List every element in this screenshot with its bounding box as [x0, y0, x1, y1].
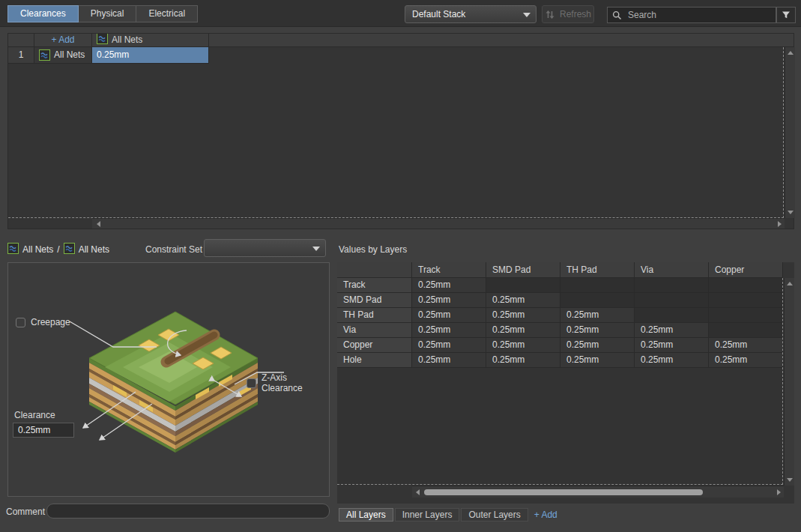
matrix-row: Copper0.25mm0.25mm0.25mm0.25mm0.25mm — [337, 338, 794, 353]
matrix-empty-cell — [560, 278, 635, 293]
clearance-value-cell[interactable]: 0.25mm — [92, 47, 209, 64]
matrix-value-cell[interactable]: 0.25mm — [560, 338, 635, 353]
matrix-empty-cell — [635, 278, 709, 293]
matrix-value-cell[interactable]: 0.25mm — [560, 323, 635, 338]
zaxis-clearance-label: Z-Axis Clearance — [262, 372, 329, 393]
creepage-label: Creepage — [31, 317, 70, 327]
matrix-value-cell[interactable]: 0.25mm — [709, 353, 783, 368]
matrix-value-cell[interactable]: 0.25mm — [412, 278, 486, 293]
matrix-value-cell[interactable]: 0.25mm — [412, 308, 486, 323]
comment-input[interactable] — [46, 504, 330, 519]
matrix-value-cell[interactable]: 0.25mm — [486, 308, 560, 323]
matrix-value-cell[interactable]: 0.25mm — [560, 353, 635, 368]
layer-tab-inner-layers[interactable]: Inner Layers — [395, 508, 460, 522]
matrix-value-cell[interactable]: 0.25mm — [412, 293, 486, 308]
constraint-set-dropdown[interactable] — [204, 239, 326, 257]
net-class-icon — [97, 34, 108, 44]
search-box — [607, 7, 776, 23]
matrix-row-label: TH Pad — [337, 308, 412, 323]
net-class-cell[interactable]: All Nets — [34, 47, 92, 64]
matrix-value-cell[interactable]: 0.25mm — [486, 323, 560, 338]
matrix-value-cell[interactable]: 0.25mm — [560, 308, 635, 323]
comment-label: Comment — [6, 507, 45, 517]
layer-tabs: All LayersInner LayersOuter Layers + Add — [339, 508, 557, 522]
matrix-empty-cell — [486, 278, 560, 293]
add-rule-button[interactable]: + Add — [34, 34, 92, 47]
matrix-value-cell[interactable]: 0.25mm — [635, 338, 709, 353]
net-class-icon — [64, 243, 75, 254]
matrix-value-cell[interactable]: 0.25mm — [635, 323, 709, 338]
matrix-value-cell[interactable]: 0.25mm — [412, 323, 486, 338]
matrix-vertical-scrollbar[interactable] — [784, 278, 794, 486]
row-number-header — [8, 34, 34, 47]
values-by-layers-table: TrackSMD PadTH PadViaCopper Track0.25mmS… — [337, 262, 794, 504]
matrix-row-label: Copper — [337, 338, 412, 353]
constraint-set-label: Constraint Set — [145, 244, 202, 255]
values-by-layers-title: Values by Layers — [339, 244, 407, 255]
tab-physical[interactable]: Physical — [78, 5, 137, 22]
matrix-value-cell[interactable]: 0.25mm — [635, 353, 709, 368]
view-tabs: ClearancesPhysicalElectrical — [7, 5, 197, 22]
matrix-value-cell[interactable]: 0.25mm — [486, 338, 560, 353]
matrix-row: TH Pad0.25mm0.25mm0.25mm — [337, 308, 794, 323]
header-filler — [209, 34, 794, 47]
matrix-row-label: SMD Pad — [337, 293, 412, 308]
rules-horizontal-scrollbar[interactable] — [92, 218, 785, 229]
matrix-empty-cell — [560, 293, 635, 308]
clearance-input[interactable] — [13, 423, 74, 438]
rules-vertical-scrollbar[interactable] — [785, 47, 795, 218]
matrix-column-header: Via — [635, 262, 709, 278]
matrix-value-cell[interactable]: 0.25mm — [486, 293, 560, 308]
matrix-value-cell[interactable]: 0.25mm — [709, 338, 783, 353]
stack-selector-dropdown[interactable]: Default Stack — [405, 5, 536, 23]
add-layer-tab-button[interactable]: + Add — [534, 510, 557, 520]
layer-tab-outer-layers[interactable]: Outer Layers — [461, 508, 528, 522]
value-column-header[interactable]: All Nets — [92, 34, 209, 47]
search-icon — [612, 10, 622, 20]
matrix-empty-cell — [709, 278, 783, 293]
layer-tab-all-layers[interactable]: All Layers — [339, 508, 393, 522]
matrix-row: SMD Pad0.25mm0.25mm — [337, 293, 794, 308]
filter-icon — [782, 10, 791, 19]
constraint-manager-window: ClearancesPhysicalElectrical Default Sta… — [0, 0, 801, 532]
matrix-empty-cell — [635, 293, 709, 308]
matrix-empty-cell — [709, 308, 783, 323]
filter-button[interactable] — [776, 7, 796, 23]
rules-grid-header: + Add All Nets — [8, 34, 794, 47]
search-input[interactable] — [626, 9, 771, 21]
scrollbar-thumb[interactable] — [424, 489, 703, 495]
chevron-down-icon — [523, 13, 531, 17]
matrix-value-cell[interactable]: 0.25mm — [412, 353, 486, 368]
net-separator: / — [57, 244, 59, 255]
matrix-corner-cell — [337, 262, 412, 278]
selected-net-b: All Nets — [79, 244, 109, 255]
rules-grid-rows: 1 All Nets0.25mm — [8, 47, 794, 64]
tab-clearances[interactable]: Clearances — [7, 5, 79, 22]
refresh-icon — [545, 10, 555, 19]
matrix-column-header: TH Pad — [560, 262, 635, 278]
refresh-label: Refresh — [560, 9, 591, 19]
net-class-icon — [7, 243, 19, 254]
chevron-down-icon — [312, 247, 320, 251]
matrix-row: Track0.25mm — [337, 278, 794, 293]
selected-net-a: All Nets — [22, 244, 53, 255]
top-toolbar: ClearancesPhysicalElectrical Default Sta… — [0, 0, 801, 27]
zaxis-clearance-checkbox[interactable] — [247, 378, 256, 388]
zaxis-option: Z-Axis Clearance — [247, 372, 329, 393]
matrix-value-cell[interactable]: 0.25mm — [486, 353, 560, 368]
matrix-row-label: Hole — [337, 353, 412, 368]
matrix-horizontal-scrollbar[interactable] — [412, 486, 784, 498]
clearance-label: Clearance — [14, 410, 55, 420]
matrix-value-cell[interactable]: 0.25mm — [412, 338, 486, 353]
matrix-empty-cell — [709, 323, 783, 338]
matrix-row-label: Via — [337, 323, 412, 338]
matrix-row: Hole0.25mm0.25mm0.25mm0.25mm0.25mm — [337, 353, 794, 368]
tab-electrical[interactable]: Electrical — [136, 5, 198, 22]
matrix-row: Via0.25mm0.25mm0.25mm0.25mm — [337, 323, 794, 338]
matrix-empty-cell — [635, 308, 709, 323]
creepage-checkbox[interactable] — [16, 318, 25, 327]
matrix-column-header: SMD Pad — [486, 262, 560, 278]
selected-rule-breadcrumb: All Nets / All Nets — [7, 243, 109, 256]
refresh-button[interactable]: Refresh — [542, 5, 594, 23]
clearance-rules-grid: + Add All Nets 1 All Nets0.25mm — [7, 33, 794, 229]
